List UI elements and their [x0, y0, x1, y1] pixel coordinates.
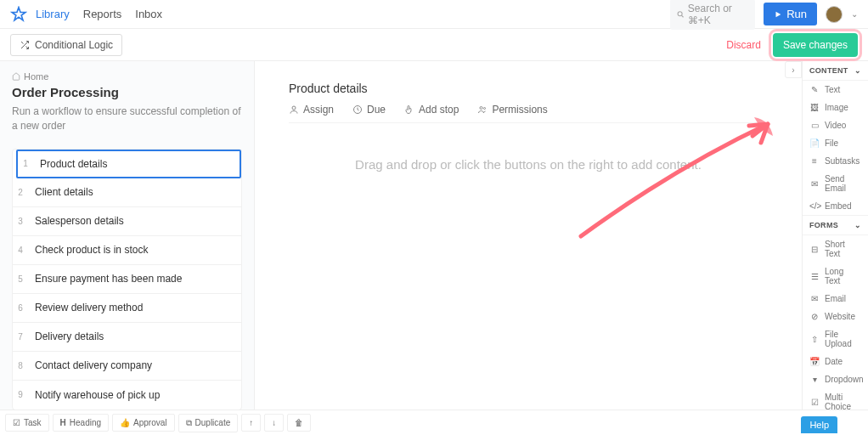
task-title: Client details — [28, 186, 241, 198]
sidebar-item-mail[interactable]: ✉Email — [803, 290, 868, 308]
sidebar-item-label: Subtasks — [825, 156, 860, 166]
sidebar-item-embed[interactable]: </>Embed — [803, 197, 868, 215]
sidebar-item-label: Long Text — [825, 267, 861, 285]
sidebar-item-date[interactable]: 📅Date — [803, 353, 868, 370]
task-row[interactable]: 5Ensure payment has been made — [13, 265, 241, 294]
logo-icon — [10, 6, 27, 23]
website-icon: ⊘ — [809, 312, 820, 321]
add-approval-button[interactable]: 👍Approval — [112, 414, 174, 432]
task-row[interactable]: 3Salesperson details — [13, 207, 241, 236]
task-icon: ☑ — [13, 418, 20, 427]
task-number: 3 — [13, 217, 28, 226]
sidebar-item-file[interactable]: 📄File — [803, 134, 868, 152]
sidebar-item-label: Send Email — [825, 174, 861, 193]
nav-library[interactable]: Library — [36, 8, 70, 20]
search-icon — [677, 10, 685, 19]
sidebar-item-label: Dropdown — [825, 375, 864, 384]
svg-point-4 — [484, 108, 486, 110]
move-down-button[interactable]: ↓ — [264, 414, 284, 432]
nav-inbox[interactable]: Inbox — [135, 8, 162, 20]
short-icon: ⊟ — [809, 245, 820, 254]
subtasks-icon: ≡ — [809, 156, 820, 166]
sidebar-item-image[interactable]: 🖼Image — [803, 99, 868, 116]
help-button[interactable]: Help — [801, 416, 837, 433]
task-row[interactable]: 8Contact delivery company — [13, 352, 241, 381]
home-icon — [12, 72, 20, 81]
sidebar-item-label: Embed — [825, 201, 852, 211]
sidebar-item-text[interactable]: ✎Text — [803, 81, 868, 99]
task-number: 1 — [18, 159, 33, 168]
task-number: 4 — [13, 246, 28, 255]
delete-button[interactable]: 🗑 — [287, 414, 311, 432]
arrow-down-icon: ↓ — [272, 418, 276, 427]
left-panel: Home Order Processing Run a workflow to … — [0, 61, 255, 410]
center-panel: Product details Assign Due Add stop Perm… — [255, 61, 802, 410]
sidebar-item-video[interactable]: ▭Video — [803, 116, 868, 134]
arrow-up-icon: ↑ — [249, 418, 253, 427]
long-icon: ☰ — [809, 272, 820, 281]
empty-placeholder: Drag and drop or click the buttons on th… — [289, 157, 768, 172]
play-icon — [774, 10, 782, 19]
svg-point-1 — [292, 106, 296, 110]
sidebar-item-label: Short Text — [825, 240, 861, 258]
approval-icon: 👍 — [120, 418, 130, 427]
svg-point-0 — [678, 11, 682, 15]
task-title: Product details — [33, 158, 240, 170]
task-row[interactable]: 9Notify warehouse of pick up — [13, 381, 241, 410]
due-action[interactable]: Due — [352, 104, 386, 116]
task-row[interactable]: 1Product details — [16, 150, 241, 178]
breadcrumb[interactable]: Home — [12, 71, 242, 82]
task-row[interactable]: 6Review delivery method — [13, 294, 241, 323]
top-bar: Library Reports Inbox Search or ⌘+K Run … — [0, 0, 868, 29]
task-row[interactable]: 7Delivery details — [13, 323, 241, 352]
content-section-header[interactable]: CONTENT ⌄ — [803, 61, 868, 81]
discard-button[interactable]: Discard — [726, 39, 761, 51]
add-task-button[interactable]: ☑Task — [5, 414, 49, 432]
embed-icon: </> — [809, 201, 820, 211]
video-icon: ▭ — [809, 121, 820, 130]
heading-icon: H — [60, 418, 66, 427]
task-number: 8 — [13, 361, 28, 370]
forms-section-header[interactable]: FORMS ⌄ — [803, 215, 868, 235]
task-row[interactable]: 2Client details — [13, 178, 241, 207]
task-title: Ensure payment has been made — [28, 273, 241, 285]
sidebar-item-short[interactable]: ⊟Short Text — [803, 235, 868, 263]
person-icon — [289, 105, 299, 115]
permissions-action[interactable]: Permissions — [477, 104, 547, 116]
chevron-down-icon: ⌄ — [854, 66, 861, 75]
collapse-sidebar-button[interactable]: › — [785, 61, 802, 78]
page-title: Order Processing — [12, 85, 242, 99]
bottom-toolbar: ☑Task HHeading 👍Approval ⧉Duplicate ↑ ↓ … — [0, 410, 868, 435]
detail-title: Product details — [289, 82, 768, 95]
move-up-button[interactable]: ↑ — [241, 414, 261, 432]
avatar[interactable] — [826, 6, 843, 23]
search-input[interactable]: Search or ⌘+K — [670, 0, 755, 30]
mail-icon: ✉ — [809, 294, 820, 303]
assign-action[interactable]: Assign — [289, 104, 334, 116]
multi-icon: ☑ — [809, 398, 820, 407]
sidebar-item-long[interactable]: ☰Long Text — [803, 263, 868, 290]
search-placeholder: Search or ⌘+K — [688, 3, 748, 26]
email-icon: ✉ — [809, 179, 820, 189]
sidebar-item-subtasks[interactable]: ≡Subtasks — [803, 152, 868, 170]
chevron-down-icon[interactable]: ⌄ — [851, 9, 858, 19]
duplicate-button[interactable]: ⧉Duplicate — [178, 414, 239, 432]
sidebar-item-multi[interactable]: ☑Multi Choice — [803, 388, 868, 410]
sidebar-item-dropdown[interactable]: ▾Dropdown — [803, 370, 868, 388]
save-button[interactable]: Save changes — [773, 33, 858, 57]
sidebar-item-upload[interactable]: ⇧File Upload — [803, 325, 868, 353]
sidebar-item-website[interactable]: ⊘Website — [803, 308, 868, 325]
task-title: Salesperson details — [28, 215, 241, 227]
task-row[interactable]: 4Check product is in stock — [13, 236, 241, 265]
add-heading-button[interactable]: HHeading — [53, 414, 110, 432]
top-nav: Library Reports Inbox — [36, 8, 162, 20]
sidebar-item-label: Multi Choice — [825, 393, 861, 410]
chevron-down-icon: ⌄ — [854, 221, 861, 229]
sidebar-item-email[interactable]: ✉Send Email — [803, 170, 868, 197]
trash-icon: 🗑 — [295, 418, 303, 427]
addstop-action[interactable]: Add stop — [404, 104, 459, 116]
run-button[interactable]: Run — [764, 3, 817, 25]
sidebar-item-label: File — [825, 138, 838, 148]
nav-reports[interactable]: Reports — [83, 8, 122, 20]
conditional-logic-button[interactable]: Conditional Logic — [10, 34, 122, 56]
